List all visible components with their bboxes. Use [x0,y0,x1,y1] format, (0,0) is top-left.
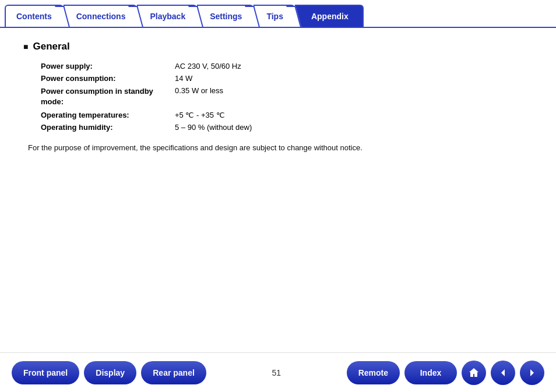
tab-appendix-label: Appendix [311,12,349,21]
spec-value-humidity: 5 – 90 % (without dew) [175,123,252,132]
spec-label-power-consumption: Power consumption: [41,74,175,83]
spec-label-humidity: Operating humidity: [41,123,175,132]
spec-row-power-consumption: Power consumption: 14 W [41,74,533,83]
spec-row-power-supply: Power supply: AC 230 V, 50/60 Hz [41,62,533,70]
spec-value-standby: 0.35 W or less [175,86,223,95]
notice-text: For the purpose of improvement, the spec… [28,143,533,152]
tab-contents-label: Contents [16,12,52,21]
forward-button[interactable] [520,361,544,385]
forward-arrow-icon [527,368,537,378]
front-panel-button[interactable]: Front panel [12,361,79,384]
spec-value-power-supply: AC 230 V, 50/60 Hz [175,62,241,70]
tab-contents[interactable]: Contents [5,5,64,27]
spec-row-standby: Power consumption in standby mode: 0.35 … [41,86,533,107]
tab-playback[interactable]: Playback [137,5,197,27]
tab-appendix[interactable]: Appendix [295,5,364,27]
tab-tips-label: Tips [266,12,283,21]
home-icon [468,367,480,379]
spec-row-humidity: Operating humidity: 5 – 90 % (without de… [41,123,533,132]
page-number: 51 [272,368,281,377]
remote-button[interactable]: Remote [347,361,400,384]
spec-label-standby: Power consumption in standby mode: [41,86,175,107]
spec-table: Power supply: AC 230 V, 50/60 Hz Power c… [41,62,533,132]
tab-playback-label: Playback [150,12,185,21]
spec-row-temp: Operating temperatures: +5 ℃ - +35 ℃ [41,111,533,119]
spec-label-power-supply: Power supply: [41,62,175,70]
index-button[interactable]: Index [404,361,457,384]
back-button[interactable] [491,361,515,385]
spec-value-temp: +5 ℃ - +35 ℃ [175,111,225,119]
bottom-left-buttons: Front panel Display Rear panel [12,361,206,384]
display-button[interactable]: Display [84,361,136,384]
tab-connections-label: Connections [76,12,126,21]
tab-settings-label: Settings [210,12,242,21]
tab-tips[interactable]: Tips [254,5,295,27]
tab-connections[interactable]: Connections [64,5,138,27]
section-title: General [23,41,533,52]
spec-value-power-consumption: 14 W [175,74,192,83]
back-arrow-icon [498,368,508,378]
bottom-nav: Front panel Display Rear panel 51 Remote… [0,352,556,392]
bottom-center: 51 [265,368,288,377]
tab-settings[interactable]: Settings [197,5,254,27]
home-button[interactable] [462,361,486,385]
rear-panel-button[interactable]: Rear panel [141,361,206,384]
spec-label-temp: Operating temperatures: [41,111,175,119]
